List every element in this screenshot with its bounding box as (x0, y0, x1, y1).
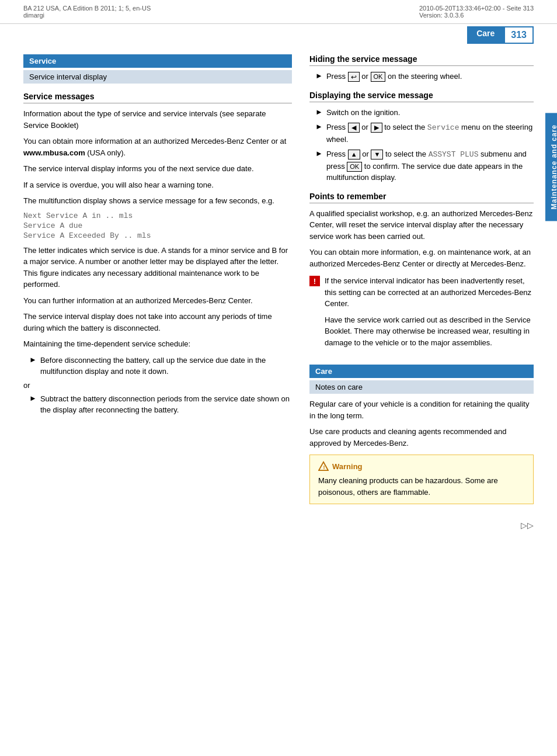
displaying-bullet-3: ► Press ▲ or ▼ to select the ASSYST PLUS… (309, 148, 534, 183)
para-mbusa: You can obtain more information at an au… (23, 136, 292, 158)
warning-body-text: Many cleaning products can be hazardous.… (318, 475, 525, 498)
left-column: Service Service interval display Service… (23, 54, 292, 504)
or-text: or (23, 381, 292, 390)
service-section-header: Service (23, 54, 292, 68)
main-content: Service Service interval display Service… (0, 44, 557, 515)
para-letter: The letter indicates which service is du… (23, 245, 292, 290)
hiding-bullets: ► Press ↩ or OK on the steering wheel. (309, 71, 534, 82)
warning-title-text: Warning (332, 462, 363, 471)
service-interval-header: Service interval display (23, 70, 292, 84)
down-arrow-button: ▼ (371, 150, 383, 159)
page-header: BA 212 USA, CA Edition B 2011; 1; 5, en-… (0, 0, 557, 24)
ok-button-display: OK (347, 162, 362, 172)
para-overdue: If a service is overdue, you will also h… (23, 179, 292, 191)
service-word: Service (427, 123, 459, 132)
care-page-bar: Care 313 (0, 26, 557, 44)
displaying-text-1: Switch on the ignition. (326, 107, 400, 119)
header-right: 2010-05-20T13:33:46+02:00 - Seite 313 Ve… (419, 5, 534, 19)
points-para-2: You can obtain more information, e.g. on… (309, 247, 534, 269)
hiding-or-label: or (361, 72, 368, 81)
para-maintaining: Maintaining the time-dependent service s… (23, 338, 292, 350)
mbusa-link: www.mbusa.com (23, 148, 85, 157)
right-column: Hiding the service message ► Press ↩ or … (309, 54, 534, 504)
nav-arrows: ▷▷ (521, 521, 534, 530)
notes-para-1: Regular care of your vehicle is a condit… (309, 398, 534, 421)
notes-on-care-header: Notes on care (309, 380, 534, 394)
side-maintenance-label: Maintenance and care (545, 113, 557, 221)
displaying-arrow-1: ► (315, 107, 323, 116)
right-arrow-button: ▶ (371, 123, 382, 133)
ok-button-hiding: OK (371, 72, 386, 82)
warning-triangle-icon: ! (318, 461, 329, 471)
notes-para-2: Use care products and cleaning agents re… (309, 426, 534, 449)
info-box: ! If the service interval indicator has … (309, 275, 534, 353)
para-no-account: The service interval display does not ta… (23, 311, 292, 334)
warning-title-row: ! Warning (318, 461, 525, 471)
up-arrow-button: ▲ (348, 150, 360, 159)
info-text-2: Have the service work carried out as des… (325, 314, 534, 349)
care-section: Care Notes on care Regular care of your … (309, 365, 534, 504)
hiding-press-label: Press (326, 72, 346, 81)
para-service-info: Information about the type of service an… (23, 108, 292, 131)
header-left-line1: BA 212 USA, CA Edition B 2011; 1; 5, en-… (23, 5, 151, 12)
header-left: BA 212 USA, CA Edition B 2011; 1; 5, en-… (23, 5, 151, 19)
displaying-arrow-2: ► (315, 122, 323, 131)
bullet-arrow-2: ► (29, 394, 37, 403)
code-line-3: Service A Exceeded By .. mls (23, 231, 292, 240)
code-line-1: Next Service A in .. mls (23, 211, 292, 220)
hiding-arrow: ► (315, 71, 323, 80)
bullet-text-2: Subtract the battery disconnection perio… (40, 393, 292, 416)
right-col-inner: Hiding the service message ► Press ↩ or … (309, 54, 534, 504)
displaying-arrow-3: ► (315, 149, 323, 158)
left-arrow-button: ◀ (348, 123, 360, 133)
svg-text:!: ! (323, 464, 325, 470)
bullet-list-left-2: ► Subtract the battery disconnection per… (23, 393, 292, 416)
para-informs: The service interval display informs you… (23, 163, 292, 175)
service-messages-title: Service messages (23, 92, 292, 103)
warning-box: ! Warning Many cleaning products can be … (309, 455, 534, 504)
bullet-arrow-1: ► (29, 355, 37, 364)
info-text-1: If the service interval indicator has be… (325, 275, 534, 310)
points-title: Points to remember (309, 192, 534, 203)
bullet-list-left: ► Before disconnecting the battery, call… (23, 355, 292, 377)
points-para-1: A qualified specialist workshop, e.g. an… (309, 208, 534, 242)
back-button: ↩ (348, 72, 360, 82)
displaying-text-2: Press ◀ or ▶ to select the Service menu … (326, 122, 534, 145)
displaying-text-3: Press ▲ or ▼ to select the ASSYST PLUS s… (326, 148, 534, 183)
hiding-title: Hiding the service message (309, 54, 534, 66)
assyst-text: ASSYST PLUS (429, 150, 479, 159)
hiding-suffix-label: on the steering wheel. (388, 72, 462, 81)
bottom-nav: ▷▷ (0, 515, 557, 536)
info-icon: ! (309, 276, 320, 286)
info-text-container: If the service interval indicator has be… (325, 275, 534, 353)
displaying-bullet-1: ► Switch on the ignition. (309, 107, 534, 119)
care-section-header: Care (309, 365, 534, 378)
header-right-line2: Version: 3.0.3.6 (419, 12, 534, 19)
page-number: 313 (504, 26, 534, 44)
para-multifunction: The multifunction display shows a servic… (23, 195, 292, 207)
header-right-line1: 2010-05-20T13:33:46+02:00 - Seite 313 (419, 5, 534, 12)
bullet-text-1: Before disconnecting the battery, call u… (40, 355, 292, 377)
hiding-text: Press ↩ or OK on the steering wheel. (326, 71, 462, 82)
code-line-2: Service A due (23, 221, 292, 230)
para-further-info: You can further information at an author… (23, 295, 292, 307)
displaying-title: Displaying the service message (309, 91, 534, 102)
hiding-bullet: ► Press ↩ or OK on the steering wheel. (309, 71, 534, 82)
care-label: Care (467, 26, 504, 44)
bullet-item-2: ► Subtract the battery disconnection per… (23, 393, 292, 416)
bullet-item-1: ► Before disconnecting the battery, call… (23, 355, 292, 377)
header-left-line2: dimargi (23, 12, 151, 19)
displaying-bullets: ► Switch on the ignition. ► Press ◀ or ▶… (309, 107, 534, 183)
displaying-bullet-2: ► Press ◀ or ▶ to select the Service men… (309, 122, 534, 145)
